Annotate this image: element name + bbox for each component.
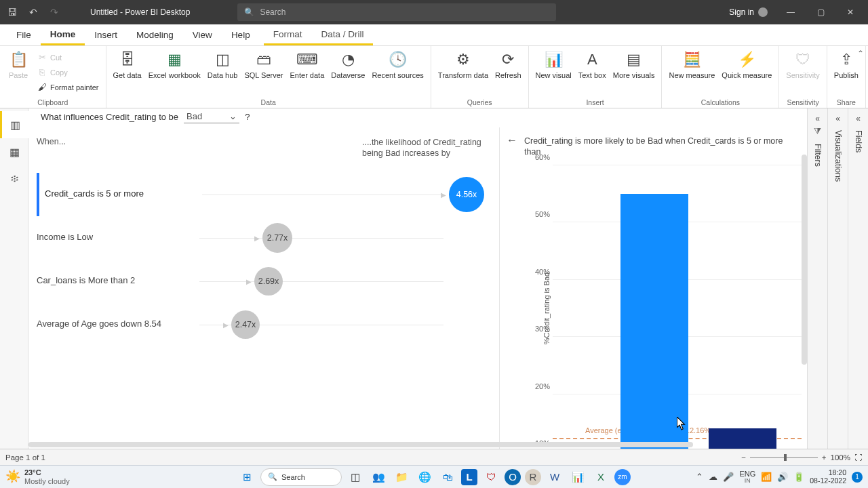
factor-line [202,195,443,195]
menu-file[interactable]: File [7,24,41,45]
factor-row[interactable]: Credit_cards is 5 or more▶4.56x [37,173,491,216]
text-box-button[interactable]: AText box [576,47,609,98]
mcafee-icon[interactable]: 🛡 [481,468,500,487]
menu-view[interactable]: View [183,24,222,45]
sensitivity-button[interactable]: 🛡Sensitivity [783,47,823,98]
grid-line [553,165,802,165]
weather-icon: ☀️ [5,470,20,484]
factor-row[interactable]: Income is Low▶2.77x [37,216,491,260]
menu-home[interactable]: Home [41,24,85,45]
search-box[interactable]: 🔍 Search [237,3,556,21]
zoom-in-button[interactable]: + [822,453,827,462]
mic-icon[interactable]: 🎤 [723,472,734,482]
visualizations-pane[interactable]: « Visualizations [827,108,848,457]
sql-button[interactable]: 🗃SQL Server [241,47,285,98]
report-view-button[interactable]: ▥ [0,111,28,138]
app-l-icon[interactable]: L [461,469,477,485]
weather-widget[interactable]: ☀️ 23°C Mostly cloudy [5,468,70,485]
maximize-button[interactable]: ▢ [807,0,834,24]
clock[interactable]: 18:20 08-12-2022 [810,469,846,485]
new-visual-button[interactable]: 📊New visual [533,47,574,98]
refresh-button[interactable]: ⟳Refresh [492,47,524,98]
excel-task-icon[interactable]: X [591,468,610,487]
excel-button[interactable]: ▦Excel workbook [146,47,203,98]
data-view-button[interactable]: ▦ [0,138,28,165]
fields-pane[interactable]: « Fields [848,108,868,457]
factor-line [199,281,443,282]
quick-measure-button[interactable]: ⚡Quick measure [719,47,774,98]
back-arrow-icon[interactable]: ← [507,134,517,146]
word-icon[interactable]: W [545,468,564,487]
dataverse-button[interactable]: ◔Dataverse [328,47,368,98]
temperature: 23°C [24,468,70,476]
factor-bubble: 4.56x [449,177,484,212]
fit-page-icon[interactable]: ⛶ [854,453,863,462]
sensitivity-icon: 🛡 [792,49,814,70]
model-view-button[interactable]: ፨ [0,165,28,192]
horizontal-scrollbar[interactable] [28,442,807,449]
vertical-scrollbar[interactable] [802,155,807,365]
menu-modeling[interactable]: Modeling [127,24,183,45]
edge-icon[interactable]: 🌐 [415,468,434,487]
refresh-icon: ⟳ [497,49,519,70]
bar-chart: %Credit_rating is Bad 60%50%40%30%20%10%… [513,165,802,451]
minimize-button[interactable]: ― [777,0,804,24]
paste-button[interactable]: 📋 Paste [4,47,33,98]
copy-button[interactable]: ⎘Copy [34,66,102,81]
menu-help[interactable]: Help [222,24,260,45]
cut-button[interactable]: ✂Cut [34,51,102,66]
zoom-app-icon[interactable]: zm [614,469,631,485]
more-visuals-button[interactable]: ▤More visuals [610,47,658,98]
filters-pane[interactable]: « ⧩ Filters [807,108,827,457]
volume-icon[interactable]: 🔊 [777,472,788,482]
menu-data-drill[interactable]: Data / Drill [311,24,373,45]
fields-label: Fields [854,130,863,152]
signin-button[interactable]: Sign in [722,7,774,17]
report-icon: ▥ [10,119,20,131]
chevron-left-icon: « [856,114,861,123]
taskbar-search[interactable]: 🔍 Search [260,468,342,486]
enter-data-icon: ⌨ [296,49,318,70]
get-data-button[interactable]: 🗄Get data [111,47,144,98]
format-painter-button[interactable]: 🖌Format painter [34,81,102,96]
save-icon[interactable]: 🖫 [7,7,18,18]
group-data: Data [261,98,276,108]
wifi-icon[interactable]: 📶 [761,472,772,482]
menu-format[interactable]: Format [264,24,312,45]
notifications-icon[interactable]: 1 [852,472,863,483]
battery-icon[interactable]: 🔋 [793,472,804,482]
undo-icon[interactable]: ↶ [28,7,39,18]
start-button[interactable]: ⊞ [237,468,256,487]
text-box-label: Text box [578,71,606,80]
factor-label: Credit_cards is 5 or more [45,188,194,200]
language-indicator[interactable]: ENG IN [739,470,755,485]
factor-row[interactable]: Average of Age goes down 8.54▶2.47x [37,303,491,346]
app-r-icon[interactable]: R [525,469,541,485]
task-view-icon[interactable]: ◫ [346,468,365,487]
influences-dropdown[interactable]: Bad ⌄ [184,110,239,123]
transform-button[interactable]: ⚙Transform data [435,47,491,98]
arrow-icon: ▶ [246,277,252,285]
zoom-slider[interactable] [750,457,818,458]
group-sensitivity: Sensitivity [787,98,818,108]
factor-row[interactable]: Car_loans is More than 2▶2.69x [37,260,491,303]
explorer-icon[interactable]: 📁 [392,468,411,487]
ribbon-collapse-icon[interactable]: ⌃ [857,49,864,58]
data-hub-button[interactable]: ◫Data hub [205,47,241,98]
tray-chevron-icon[interactable]: ⌃ [696,472,703,482]
group-clipboard: Clipboard [37,98,68,108]
close-button[interactable]: ✕ [837,0,864,24]
menu-insert[interactable]: Insert [85,24,127,45]
store-icon[interactable]: 🛍 [438,468,457,487]
app-o-icon[interactable]: O [505,469,521,485]
recent-sources-button[interactable]: 🕓Recent sources [369,47,426,98]
avatar-icon [758,7,768,17]
powerbi-icon[interactable]: 📊 [568,468,587,487]
onedrive-icon[interactable]: ☁ [709,472,717,482]
enter-data-button[interactable]: ⌨Enter data [288,47,328,98]
teams-icon[interactable]: 👥 [369,468,388,487]
redo-icon[interactable]: ↷ [49,7,60,18]
zoom-out-button[interactable]: − [741,453,746,462]
new-measure-button[interactable]: 🧮New measure [666,47,717,98]
bar[interactable] [620,194,688,451]
